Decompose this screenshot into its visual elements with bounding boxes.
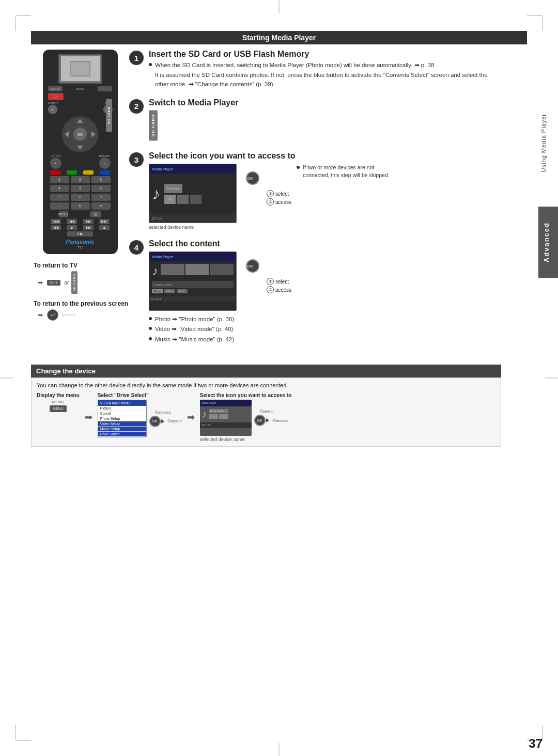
ok-row-3: OK — [246, 171, 259, 185]
rewind[interactable]: ◀◀ — [67, 219, 77, 224]
step-3-screen-label: selected device name — [149, 225, 237, 230]
dpad-left[interactable] — [65, 131, 69, 137]
blank-button[interactable] — [98, 86, 112, 91]
screen2-bar-text: Media Player — [152, 255, 173, 259]
brand-label: Panasonic — [46, 239, 115, 245]
screen2-grid — [161, 264, 234, 278]
corner-mark-tl — [16, 15, 31, 31]
fast-forward[interactable]: ▶▶ — [83, 219, 94, 224]
dpad-up[interactable] — [77, 119, 83, 123]
power-button[interactable]: I/II — [48, 93, 64, 100]
ok-small-step3[interactable]: OK — [254, 415, 266, 426]
ok-circle-3[interactable]: OK — [246, 171, 259, 185]
num-3[interactable]: 3 — [91, 176, 111, 183]
bullet-dot-4-1 — [149, 317, 152, 320]
prev-chapter[interactable]: |◀◀ — [51, 219, 61, 224]
fast-forward2[interactable]: ▶▶ — [83, 225, 94, 230]
select-icon-ok-group: ①select OK ②access — [254, 409, 289, 426]
return-button[interactable]: ↩ — [99, 158, 111, 169]
red-button[interactable] — [50, 170, 60, 175]
menu-item-picture: Picture — [98, 406, 146, 411]
ok-small-cd[interactable]: OK — [149, 416, 161, 427]
screen2-tabs: Photo Video Music — [152, 289, 234, 293]
yellow-button[interactable] — [83, 170, 94, 175]
cd-screen-bar: Media Player — [200, 400, 252, 406]
cd-bottom: SD Card — [200, 422, 252, 428]
small-right-arr-cd — [161, 419, 164, 423]
num-9[interactable]: 9 — [91, 194, 111, 201]
photo-tab[interactable]: Photo — [152, 289, 163, 293]
music-tab[interactable]: Music — [177, 289, 188, 293]
step-4-ok-group: OK ① select ② — [246, 259, 291, 294]
num-6[interactable]: 6 — [91, 185, 111, 192]
option-button[interactable]: ● — [50, 158, 61, 169]
screen2-inner: Media Player ♪ — [149, 252, 236, 310]
num-zero-row: - 0 ≡ — [50, 202, 111, 210]
return-icon[interactable]: ↩ — [47, 309, 58, 321]
ok-button[interactable]: OK — [73, 128, 87, 141]
blue-button[interactable] — [100, 170, 110, 175]
drive-select-ok-group: ②access OK ①select — [149, 410, 182, 427]
num-7[interactable]: 7 — [50, 194, 69, 201]
grid-item-2 — [185, 264, 209, 275]
step-2: 2 Switch to Media Player SD CARD — [129, 98, 496, 142]
green-button[interactable] — [67, 170, 77, 175]
sdcard-side-label: SD CARD — [106, 99, 112, 132]
cc-button[interactable]: ⊡ — [90, 211, 101, 217]
circle-2-step3: ② — [267, 198, 274, 206]
stop[interactable]: ■ — [99, 225, 110, 230]
dpad-right[interactable] — [91, 131, 96, 137]
num-plus[interactable]: ≡ — [91, 202, 111, 210]
crosshair-right — [545, 378, 558, 379]
sd-card-label-screen: SD Card — [152, 217, 162, 220]
num-0[interactable]: 0 — [71, 202, 90, 210]
screen-inner-3: Media Player ♪ Drive Select — [149, 164, 236, 223]
menu-label: MENU — [76, 87, 84, 90]
device-icon — [190, 195, 202, 204]
aspect-button[interactable]: ● — [48, 105, 57, 114]
menu-button-cd[interactable]: MENU — [50, 405, 67, 412]
drive-select-ok-row: OK ①select — [149, 416, 182, 427]
dpad-down[interactable] — [77, 146, 83, 150]
step-2-number: 2 — [129, 99, 144, 114]
menu-item-music-setup: Music Setup — [98, 427, 146, 432]
change-step-select-icon: Select the icon you want to access to Me… — [200, 392, 291, 442]
main-layout: CD/DVD MENU I/II ASPECT ● — [31, 50, 527, 354]
bullet-dot-1 — [149, 63, 152, 66]
step-4-title: Select the content — [149, 239, 496, 248]
menu-item-sound: Sound — [98, 411, 146, 416]
sdcard-button[interactable]: SD CARD — [149, 110, 158, 140]
cd-drive-select-label: Drive Select — [209, 409, 228, 413]
num-2[interactable]: 2 — [71, 176, 90, 183]
step-2-content: Switch to Media Player SD CARD — [149, 98, 496, 142]
step-3-numbered-steps: ① select ② access — [267, 189, 291, 207]
rewind2[interactable]: ◀◀ — [51, 225, 61, 230]
next-chapter[interactable]: ▶▶| — [99, 219, 110, 224]
num-8[interactable]: 8 — [71, 194, 90, 201]
step-2-title: Switch to Media Player — [149, 98, 496, 107]
video-tab[interactable]: Video — [164, 289, 175, 293]
remote-top-row: CD/DVD MENU — [48, 86, 113, 91]
if-note-bullet: If two or more devices are not connected… — [297, 164, 400, 179]
corner-mark-tr — [527, 15, 542, 31]
num-minus[interactable]: - — [50, 202, 69, 210]
change-device-description: You can change to the other device direc… — [37, 382, 495, 388]
play-pause-2[interactable]: II/▶ — [67, 231, 93, 237]
num-5[interactable]: 5 — [71, 185, 90, 192]
step-4-screen-container: Media Player ♪ — [149, 251, 237, 311]
ok-circle-4[interactable]: OK — [246, 259, 259, 273]
change-steps-row: Display the menu MENU MENU ➡ Select "Dri… — [37, 392, 495, 442]
dpad-outer[interactable]: OK — [62, 116, 98, 152]
recall-button[interactable]: RECALL — [59, 211, 68, 217]
access-label-cd: ②access — [154, 410, 171, 415]
num-1[interactable]: 1 — [50, 176, 69, 183]
num-4[interactable]: 4 — [50, 185, 69, 192]
music-icon-2: ♪ — [152, 264, 158, 278]
step-3-screen-container: Media Player ♪ Drive Select — [149, 164, 237, 230]
cd-music-icon: ♪ — [202, 409, 207, 420]
ok-right-arrow-3 — [254, 176, 258, 181]
select-label-3: select — [275, 191, 289, 197]
cd-dvd-button[interactable]: CD/DVD — [48, 86, 63, 91]
play-pause[interactable]: ▶ — [67, 225, 77, 230]
crosshair-bottom — [279, 743, 280, 756]
